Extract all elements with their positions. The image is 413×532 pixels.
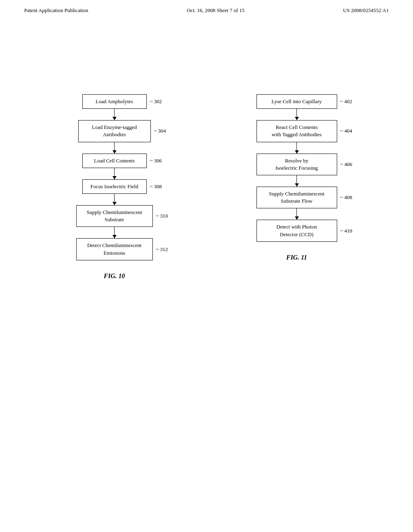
step-304: Load Enzyme-taggedAntibodies ~ 304 — [78, 120, 151, 142]
step-402-box: Lyse Cell into Capillary — [257, 94, 337, 109]
step-302-label: ~ 302 — [150, 98, 162, 105]
step-406-box: Resolve byIsoelectric Focusing — [257, 154, 337, 175]
fig10-label: FIG. 10 — [104, 272, 125, 280]
step-404-label: ~ 404 — [340, 128, 353, 134]
step-406: Resolve byIsoelectric Focusing ~ 406 — [257, 154, 337, 175]
fig11-flowchart: Lyse Cell into Capillary ~ 402 React Cel… — [257, 94, 337, 261]
arrow-304-306 — [114, 142, 115, 154]
step-302-box: Load Ampholytes — [82, 94, 147, 109]
main-content: Load Ampholytes ~ 302 Load Enzyme-tagged… — [0, 62, 413, 280]
step-306-box: Load Cell Contents — [82, 154, 147, 168]
step-408-label: ~ 408 — [340, 194, 353, 201]
step-310-box: Supply ChemiluminescentSubstrate — [76, 205, 153, 227]
arrow-310-312 — [114, 227, 115, 238]
step-404-box: React Cell Contentswith Tagged Antibodie… — [257, 120, 337, 142]
step-410-box: Detect with PhotonDetector (CCD) — [257, 220, 337, 241]
step-308-label: ~ 308 — [150, 183, 162, 190]
step-308-box: Focus Isoelectric Field — [82, 179, 147, 194]
step-404: React Cell Contentswith Tagged Antibodie… — [257, 120, 337, 142]
step-402-label: ~ 402 — [340, 98, 353, 105]
step-304-box: Load Enzyme-taggedAntibodies — [78, 120, 151, 142]
step-306: Load Cell Contents ~ 306 — [82, 154, 147, 168]
step-302: Load Ampholytes ~ 302 — [82, 94, 147, 109]
arrow-406-408 — [296, 175, 297, 187]
header-left: Patent Application Publication — [24, 7, 88, 14]
page-header: Patent Application Publication Oct. 16, … — [0, 0, 413, 14]
step-310: Supply ChemiluminescentSubstrate ~ 310 — [76, 205, 153, 227]
step-406-label: ~ 406 — [340, 161, 353, 168]
arrow-308-310 — [114, 194, 115, 205]
step-306-label: ~ 306 — [150, 158, 162, 164]
arrow-402-404 — [296, 109, 297, 120]
fig11-label: FIG. 11 — [286, 254, 307, 261]
step-410-label: ~ 410 — [340, 228, 353, 234]
step-310-label: ~ 310 — [156, 213, 168, 219]
arrow-408-410 — [296, 208, 297, 220]
fig10-flowchart: Load Ampholytes ~ 302 Load Enzyme-tagged… — [76, 94, 153, 280]
step-408: Supply ChemiluminescentSubstrate Flow ~ … — [257, 187, 337, 208]
step-408-box: Supply ChemiluminescentSubstrate Flow — [257, 187, 337, 208]
header-center: Oct. 16, 2008 Sheet 7 of 15 — [187, 7, 244, 14]
step-312-box: Detect ChemiluminescentEmissions — [76, 238, 153, 260]
step-312-label: ~ 312 — [156, 246, 168, 253]
step-402: Lyse Cell into Capillary ~ 402 — [257, 94, 337, 109]
arrow-404-406 — [296, 142, 297, 154]
step-410: Detect with PhotonDetector (CCD) ~ 410 — [257, 220, 337, 241]
arrow-302-304 — [114, 109, 115, 120]
arrow-306-308 — [114, 168, 115, 179]
step-304-label: ~ 304 — [154, 128, 166, 134]
step-308: Focus Isoelectric Field ~ 308 — [82, 179, 147, 194]
step-312: Detect ChemiluminescentEmissions ~ 312 — [76, 238, 153, 260]
header-right: US 2008/0254552 A1 — [343, 7, 389, 14]
